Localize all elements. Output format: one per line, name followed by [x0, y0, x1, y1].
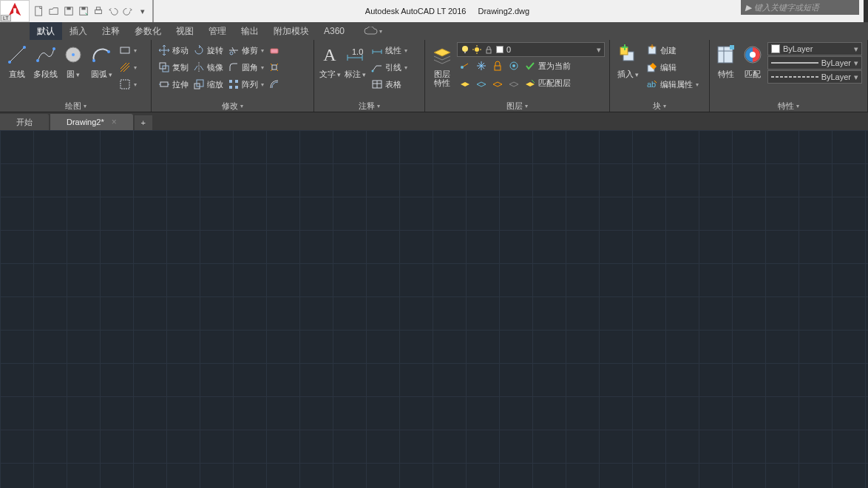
svg-rect-6	[96, 7, 100, 10]
layer-lock-icon[interactable]	[489, 58, 506, 74]
svg-point-9	[23, 46, 26, 49]
layer-tool-2[interactable]	[473, 75, 489, 91]
trim-button[interactable]: 修剪▾	[226, 42, 266, 58]
circle-button[interactable]: 圆	[59, 41, 87, 79]
qat-new-icon[interactable]	[33, 4, 46, 18]
offset-button[interactable]	[266, 76, 282, 92]
svg-point-15	[107, 50, 110, 53]
tab-parametric[interactable]: 参数化	[127, 22, 169, 40]
panel-layers: 图层 特性 0 ▾ 置为当前	[425, 40, 610, 112]
tab-view[interactable]: 视图	[169, 22, 201, 40]
leader-button[interactable]: 引线▾	[369, 59, 410, 75]
ribbon-tabs: 默认 插入 注释 参数化 视图 管理 输出 附加模块 A360 ▾	[0, 22, 868, 40]
panel-layers-title[interactable]: 图层▾	[425, 100, 609, 112]
qat-saveas-icon[interactable]	[77, 4, 90, 18]
qat-save-icon[interactable]	[62, 4, 75, 18]
table-button[interactable]: 表格	[369, 76, 410, 92]
boundary-button[interactable]: ▾	[117, 76, 139, 92]
search-input[interactable]: ▶ 键入关键字或短语	[741, 0, 859, 15]
layer-props-label: 图层 特性	[434, 70, 450, 87]
tab-addins[interactable]: 附加模块	[266, 22, 316, 40]
tab-manage[interactable]: 管理	[201, 22, 234, 40]
linetype-combo[interactable]: ByLayer▾	[767, 70, 862, 84]
lineweight-combo[interactable]: ByLayer▾	[767, 56, 862, 70]
layer-combo[interactable]: 0 ▾	[457, 42, 605, 57]
move-button[interactable]: 移动	[156, 42, 191, 58]
edit-block-button[interactable]: 编辑	[644, 59, 701, 75]
color-combo[interactable]: ByLayer▾	[767, 42, 862, 55]
make-current-button[interactable]: 置为当前	[522, 58, 573, 74]
panel-annot-title[interactable]: 注释▾	[314, 100, 424, 112]
scale-button[interactable]: 缩放	[191, 76, 226, 92]
svg-rect-42	[464, 52, 466, 53]
tab-insert[interactable]: 插入	[62, 22, 95, 40]
hatch-button[interactable]: ▾	[117, 59, 139, 75]
array-button[interactable]: 阵列▾	[226, 76, 266, 92]
layer-off-icon[interactable]	[457, 58, 473, 74]
layer-props-button[interactable]: 图层 特性	[428, 41, 455, 87]
tab-output[interactable]: 输出	[234, 22, 266, 40]
layer-tool-4[interactable]	[506, 75, 522, 91]
panel-draw: 直线 多段线 圆 圆弧 ▾ ▾ ▾ 绘图▾	[0, 40, 152, 112]
insert-block-button[interactable]: 插入	[613, 41, 642, 79]
polyline-button[interactable]: 多段线	[31, 41, 59, 78]
layer-tool-3[interactable]	[489, 75, 506, 91]
create-block-button[interactable]: 创建	[644, 42, 701, 58]
edit-attr-button[interactable]: ab编辑属性▾	[644, 76, 701, 92]
layer-current-name: 0	[506, 45, 511, 54]
rectangle-button[interactable]: ▾	[117, 42, 139, 58]
quick-access-toolbar: ▾	[30, 0, 154, 22]
text-button[interactable]: A 文字	[317, 41, 342, 79]
explode-button[interactable]	[266, 59, 282, 75]
fillet-button[interactable]: 圆角▾	[226, 59, 266, 75]
svg-rect-27	[235, 80, 238, 83]
qat-print-icon[interactable]	[92, 4, 105, 18]
qat-undo-icon[interactable]	[106, 4, 120, 18]
panel-block-title[interactable]: 块▾	[610, 100, 709, 112]
layer-freeze-icon[interactable]	[473, 58, 489, 74]
svg-rect-4	[81, 7, 85, 10]
dim-button[interactable]: 1.0 标注	[342, 41, 367, 79]
layer-tool-1[interactable]	[457, 75, 473, 91]
tab-start[interactable]: 开始	[0, 114, 49, 130]
match-layer-button[interactable]: 匹配图层	[522, 75, 573, 91]
svg-text:1.0: 1.0	[352, 47, 363, 56]
match-props-button[interactable]: 匹配	[739, 41, 766, 78]
tab-default[interactable]: 默认	[30, 22, 62, 40]
props-palette-button[interactable]: 特性	[713, 41, 739, 78]
svg-rect-61	[730, 45, 734, 50]
panel-draw-title[interactable]: 绘图▾	[0, 100, 151, 112]
tab-a360[interactable]: A360	[316, 22, 352, 40]
layer-iso-icon[interactable]	[506, 58, 522, 74]
svg-point-49	[461, 66, 464, 69]
lock-icon	[484, 45, 493, 54]
qat-open-icon[interactable]	[47, 4, 61, 18]
drawing-canvas[interactable]	[0, 130, 868, 488]
tab-annotate[interactable]: 注释	[95, 22, 127, 40]
mirror-button[interactable]: 镜像	[191, 59, 226, 75]
new-tab-button[interactable]: +	[135, 115, 152, 130]
polyline-label: 多段线	[33, 70, 58, 78]
tab-drawing2[interactable]: Drawing2*×	[50, 114, 133, 130]
app-title: Autodesk AutoCAD LT 2016	[365, 7, 467, 16]
title-center: Autodesk AutoCAD LT 2016 Drawing2.dwg	[154, 0, 741, 22]
svg-rect-16	[121, 47, 129, 53]
erase-button[interactable]	[266, 42, 282, 58]
panel-annotation: A 文字 1.0 标注 线性▾ 引线▾ 表格 注释▾	[314, 40, 425, 112]
close-icon[interactable]: ×	[112, 117, 117, 127]
linear-dim-button[interactable]: 线性▾	[369, 42, 410, 58]
arc-button[interactable]: 圆弧	[87, 41, 115, 79]
qat-redo-icon[interactable]	[121, 4, 135, 18]
stretch-button[interactable]: 拉伸	[156, 76, 191, 92]
app-menu-button[interactable]: LT	[0, 0, 30, 22]
qat-dropdown-icon[interactable]: ▾	[136, 4, 149, 18]
cloud-button[interactable]: ▾	[359, 22, 387, 40]
svg-point-52	[512, 64, 515, 67]
svg-point-18	[230, 52, 233, 55]
panel-props-title[interactable]: 特性▾	[710, 100, 867, 112]
layer-color-swatch	[496, 46, 503, 53]
line-button[interactable]: 直线	[3, 41, 31, 78]
rotate-button[interactable]: 旋转	[191, 42, 226, 58]
copy-button[interactable]: 复制	[156, 59, 191, 75]
panel-modify-title[interactable]: 修改▾	[152, 100, 313, 112]
